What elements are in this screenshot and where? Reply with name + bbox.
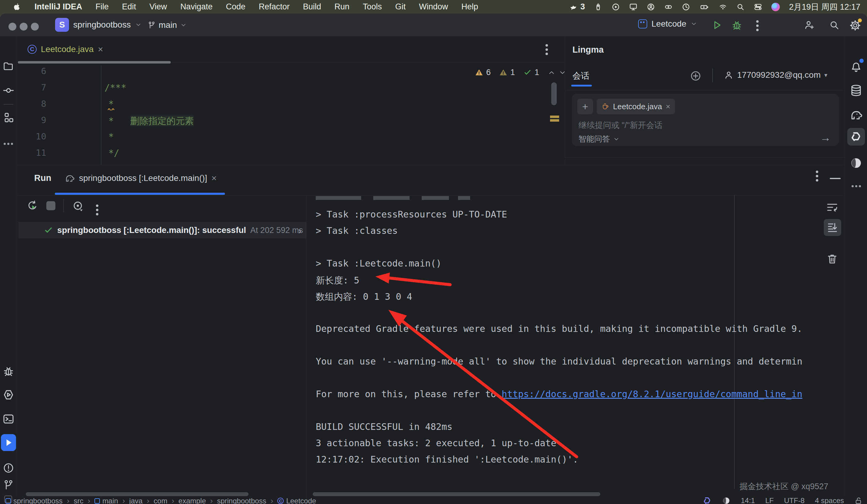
menu-help[interactable]: Help	[461, 2, 478, 11]
commit-icon[interactable]	[3, 85, 14, 96]
account-selector[interactable]: 1770992932@qq.com ▾	[724, 70, 827, 80]
clock-icon[interactable]	[682, 3, 690, 11]
more-toolwindows-icon[interactable]	[852, 185, 854, 187]
gradle-elephant-icon[interactable]	[849, 108, 863, 122]
minimize-panel-icon[interactable]	[830, 178, 841, 179]
menu-tools[interactable]: Tools	[363, 2, 382, 11]
line-separator[interactable]: LF	[765, 496, 774, 504]
editor-options-icon[interactable]	[546, 44, 548, 47]
apple-menu[interactable]	[12, 2, 21, 11]
lingma-status-icon[interactable]	[703, 496, 712, 504]
branch-selector[interactable]: main	[148, 20, 187, 30]
wifi-icon[interactable]	[719, 3, 727, 11]
media-icon[interactable]	[611, 3, 620, 11]
tree-hscrollbar[interactable]	[26, 492, 248, 496]
run-toolwindow-active[interactable]	[1, 434, 16, 451]
git-icon[interactable]	[3, 480, 14, 490]
siri-icon[interactable]	[771, 3, 780, 11]
green-plugin-icon[interactable]	[722, 496, 730, 504]
crumb-module[interactable]: springbootboss	[6, 497, 63, 504]
error-stripe-mark[interactable]	[550, 119, 559, 122]
tongyi-icon[interactable]	[850, 157, 863, 169]
lingma-toolwindow-active[interactable]	[847, 128, 865, 145]
caret-position[interactable]: 14:1	[741, 496, 755, 504]
lock-icon[interactable]	[854, 496, 863, 504]
menu-navigate[interactable]: Navigate	[180, 2, 213, 11]
gradle-doc-link[interactable]: https://docs.gradle.org/8.2.1/userguide/…	[502, 389, 802, 399]
editor-scrollbar-thumb[interactable]	[551, 82, 557, 105]
display-icon[interactable]	[629, 3, 638, 11]
scroll-to-end-active[interactable]	[824, 219, 841, 236]
menu-build[interactable]: Build	[303, 2, 321, 11]
run-tab[interactable]: springbootboss [:Leetcode.main()] ×	[64, 173, 217, 183]
indent-setting[interactable]: 4 spaces	[815, 496, 844, 504]
menu-file[interactable]: File	[96, 2, 109, 11]
crumb-src[interactable]: src	[74, 497, 83, 504]
project-selector[interactable]: S springbootboss	[55, 18, 142, 32]
tree-expand-icon[interactable]: ›	[298, 226, 301, 236]
clear-console-icon[interactable]	[826, 253, 838, 265]
toolbar-more-icon[interactable]	[96, 205, 98, 207]
tab-session[interactable]: 会话	[572, 70, 589, 82]
console-hscrollbar[interactable]	[313, 492, 600, 496]
notifications-bell-icon[interactable]	[850, 60, 863, 73]
menu-window[interactable]: Window	[419, 2, 448, 11]
crumb-example[interactable]: example	[179, 497, 206, 504]
battery-icon[interactable]	[699, 3, 709, 11]
tab-scrollbar[interactable]	[18, 61, 171, 64]
code-with-me-icon[interactable]	[804, 20, 815, 31]
next-problem-icon[interactable]	[558, 69, 565, 77]
run-config-selector[interactable]: Leetcode	[638, 19, 697, 29]
terminal-icon[interactable]	[2, 413, 14, 425]
menubar-datetime[interactable]: 2月19日 周四 12:17	[789, 1, 860, 12]
structure-icon[interactable]	[3, 112, 14, 123]
rerun-button[interactable]	[26, 200, 39, 212]
filter-passed-icon[interactable]	[72, 200, 84, 212]
menu-app-name[interactable]: IntelliJ IDEA	[34, 2, 82, 11]
mode-selector[interactable]: 智能问答	[578, 134, 620, 144]
password-icon[interactable]	[664, 3, 673, 11]
tab-leetcode-java[interactable]: C Leetcode.java ×	[23, 36, 108, 62]
crumb-leetcode[interactable]: CLeetcode	[277, 497, 316, 504]
add-context-button[interactable]: +	[577, 99, 593, 114]
menu-refactor[interactable]: Refactor	[259, 2, 290, 11]
debug-button[interactable]	[731, 20, 742, 31]
crumb-main[interactable]: main	[95, 497, 118, 504]
close-window-button[interactable]	[9, 23, 17, 31]
menu-git[interactable]: Git	[395, 2, 406, 11]
context-file-chip[interactable]: Leetcode.java ×	[597, 99, 675, 114]
launcher-icon[interactable]	[594, 3, 602, 11]
control-center-icon[interactable]	[754, 3, 762, 11]
more-actions-button[interactable]	[756, 20, 759, 23]
error-stripe-mark[interactable]	[550, 116, 559, 118]
app-badge-icon[interactable]: 3	[569, 2, 585, 11]
close-tab-icon[interactable]: ×	[98, 45, 103, 54]
folder-icon[interactable]	[3, 61, 14, 72]
run-button[interactable]	[711, 20, 722, 31]
prev-problem-icon[interactable]	[548, 69, 556, 77]
account-icon[interactable]	[646, 3, 655, 11]
search-everywhere-icon[interactable]	[829, 20, 840, 31]
run-options-icon[interactable]	[816, 171, 818, 173]
menu-code[interactable]: Code	[226, 2, 246, 11]
spotlight-icon[interactable]	[736, 3, 745, 11]
crumb-java[interactable]: java	[129, 497, 142, 504]
more-toolwindows-icon[interactable]	[4, 143, 6, 145]
problems-icon[interactable]	[3, 462, 14, 474]
stop-button[interactable]	[46, 201, 55, 210]
menu-edit[interactable]: Edit	[122, 2, 136, 11]
database-icon[interactable]	[850, 84, 863, 97]
soft-wrap-icon[interactable]	[826, 201, 838, 213]
test-tree-row[interactable]: springbootboss [:Leetcode.main()]: succe…	[19, 222, 306, 238]
services-icon[interactable]	[2, 389, 14, 401]
menu-view[interactable]: View	[150, 2, 167, 11]
zoom-window-button[interactable]	[31, 23, 39, 31]
run-panel-title[interactable]: Run	[34, 173, 51, 183]
crumb-com[interactable]: com	[154, 497, 168, 504]
debug-toolwindow-icon[interactable]	[3, 365, 14, 377]
inspection-widget[interactable]: 6 1 1	[475, 68, 565, 77]
chat-input-placeholder[interactable]: 继续提问或 "/"新开会话	[578, 120, 662, 131]
menu-run[interactable]: Run	[334, 2, 350, 11]
file-encoding[interactable]: UTF-8	[784, 496, 805, 504]
chat-input-card[interactable]: + Leetcode.java × 继续提问或 "/"新开会话 智能问答 →	[572, 94, 839, 146]
